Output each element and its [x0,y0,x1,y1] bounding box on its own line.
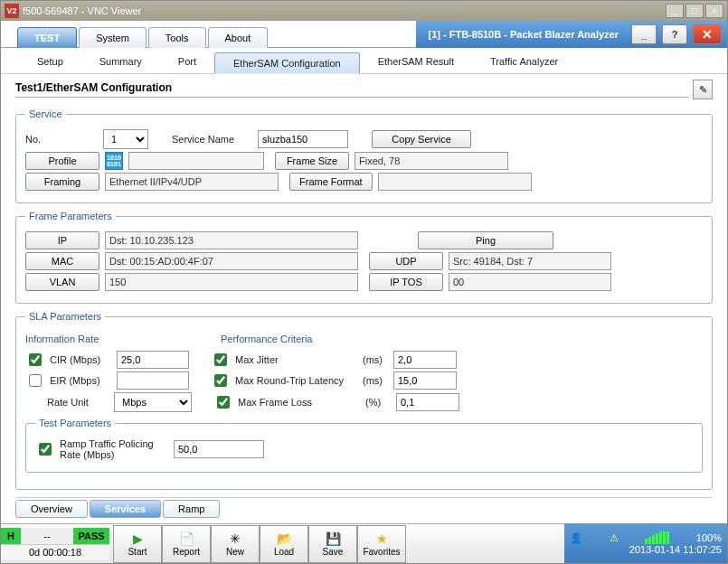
eir-checkbox[interactable] [29,374,42,387]
ip-value: Dst: 10.10.235.123 [105,231,358,249]
favorites-button[interactable]: ★Favorites [357,525,406,563]
rate-unit-select[interactable]: Mbps [114,392,192,412]
cir-checkbox[interactable] [29,353,42,366]
frame-size-value: Fixed, 78 [355,152,508,170]
vnc-title-text: f500-569487 - VNC Viewer [23,5,666,16]
no-label: No. [25,134,98,145]
subtab-port[interactable]: Port [160,52,214,73]
latency-input[interactable] [393,371,457,390]
vlan-value: 150 [105,273,358,291]
bottom-tab-ramp[interactable]: Ramp [163,500,220,518]
binary-icon: 10100101 [105,152,123,170]
tab-about[interactable]: About [208,27,269,48]
frameloss-checkbox[interactable] [217,396,230,409]
info-rate-label: Information Rate [25,334,215,344]
datetime: 2013-01-14 11:07:25 [570,544,722,555]
app-help-button[interactable]: ? [662,24,687,44]
frameloss-label: Max Frame Loss [238,397,360,408]
jitter-checkbox[interactable] [214,353,227,366]
app-close-button[interactable]: ✕ [693,24,722,44]
alert-icon: ⚠ [610,532,619,544]
subtab-ethersam-result[interactable]: EtherSAM Result [360,52,472,73]
report-button[interactable]: 📄Report [162,525,211,563]
sla-parameters-group: SLA Parameters Information Rate Performa… [15,311,713,490]
system-tray: 👤 ⚠ 100% 2013-01-14 11:07:25 [564,523,727,563]
service-legend: Service [25,108,66,119]
tab-tools[interactable]: Tools [148,27,206,48]
latency-checkbox[interactable] [214,374,227,387]
rate-unit-label: Rate Unit [47,397,109,408]
frame-parameters-group: Frame Parameters IP Dst: 10.10.235.123 P… [15,211,713,304]
subtab-ethersam-config[interactable]: EtherSAM Configuration [214,52,360,74]
tab-test[interactable]: TEST [17,27,77,48]
bottom-tab-overview[interactable]: Overview [15,500,88,518]
iptos-button[interactable]: IP TOS [369,273,443,291]
app-minimize-button[interactable]: _ [631,24,657,44]
page-title: Test1/EtherSAM Configuration [15,81,689,98]
perf-criteria-label: Performance Criteria [221,334,312,344]
service-name-input[interactable] [258,130,348,148]
new-button[interactable]: ✳New [211,525,260,563]
eir-input[interactable] [117,371,189,390]
jitter-label: Max Jitter [235,354,357,365]
cir-input[interactable] [117,351,189,369]
ip-button[interactable]: IP [25,231,99,249]
star-icon: ★ [376,531,388,546]
signal-bars-icon [645,531,669,544]
status-panel: H -- PASS 0d 00:00:18 [1,528,109,560]
frame-params-legend: Frame Parameters [25,211,116,221]
app-header: [1] - FTB-8510B - Packet Blazer Analyzer… [416,21,728,48]
vnc-titlebar: V2 f500-569487 - VNC Viewer _ □ × [1,1,727,21]
frame-format-value [378,173,532,191]
edit-icon-button[interactable]: ✎ [693,80,713,99]
latency-unit: (ms) [363,375,388,386]
test-params-legend: Test Parameters [35,418,115,428]
eir-label: EIR (Mbps) [50,375,111,386]
framing-button[interactable]: Framing [25,173,99,191]
subtab-setup[interactable]: Setup [19,52,81,73]
udp-value: Src: 49184, Dst: 7 [449,252,611,270]
jitter-input[interactable] [393,351,457,369]
cir-label: CIR (Mbps) [50,354,111,365]
profile-button[interactable]: Profile [25,152,99,170]
status-mid: -- [21,528,73,544]
ping-button[interactable]: Ping [418,231,553,249]
vnc-close-button[interactable]: × [705,4,723,18]
vnc-icon: V2 [5,4,19,18]
report-icon: 📄 [179,531,194,546]
save-icon: 💾 [326,531,341,546]
status-h: H [1,528,21,544]
load-button[interactable]: 📂Load [260,525,308,563]
tab-system[interactable]: System [79,27,147,48]
vnc-maximize-button[interactable]: □ [685,4,704,18]
ramp-checkbox[interactable] [39,443,52,456]
subtab-traffic-analyzer[interactable]: Traffic Analyzer [472,52,576,73]
folder-open-icon: 📂 [277,531,292,546]
udp-button[interactable]: UDP [369,252,443,270]
test-parameters-group: Test Parameters Ramp Traffic Policing Ra… [25,418,703,473]
battery-pct: 100% [696,532,722,543]
service-group: Service No. 1 Service Name Copy Service … [15,108,713,203]
latency-label: Max Round-Trip Latency [235,375,357,386]
status-pass: PASS [73,528,109,544]
ramp-label: Ramp Traffic Policing Rate (Mbps) [60,438,168,460]
framing-value: Ethernet II/IPv4/UDP [105,173,279,191]
bottom-tab-services[interactable]: Services [90,500,161,518]
vnc-minimize-button[interactable]: _ [666,4,684,18]
copy-service-button[interactable]: Copy Service [372,130,471,148]
frameloss-input[interactable] [396,393,459,411]
iptos-value: 00 [449,273,611,291]
profile-value [128,152,264,170]
user-icon: 👤 [570,532,582,544]
ramp-input[interactable] [174,440,264,458]
frame-format-button[interactable]: Frame Format [289,173,373,191]
subtab-summary[interactable]: Summary [81,52,160,73]
frame-size-button[interactable]: Frame Size [275,152,349,170]
mac-button[interactable]: MAC [25,252,99,270]
vlan-button[interactable]: VLAN [25,273,99,291]
service-no-select[interactable]: 1 [103,129,148,149]
save-button[interactable]: 💾Save [308,525,357,563]
jitter-unit: (ms) [363,354,388,365]
start-button[interactable]: ▶Start [113,525,162,563]
status-elapsed: 0d 00:00:18 [1,544,109,560]
